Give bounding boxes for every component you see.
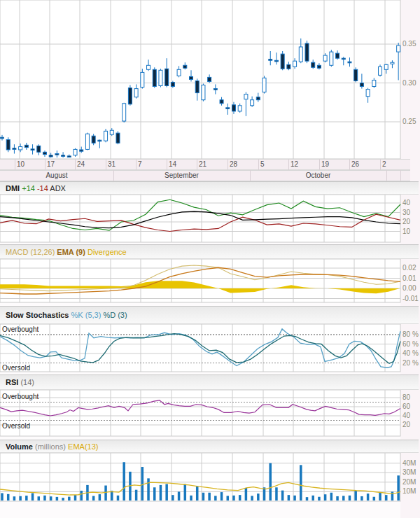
stoch-axis-label: 80 % <box>402 330 419 338</box>
dmi-plot <box>0 195 400 242</box>
date-tick-label: 31 <box>108 160 115 168</box>
day-row-separator <box>288 159 289 170</box>
header-run: (millions) <box>33 442 66 451</box>
date-tick-label: 12 <box>290 160 298 168</box>
stochastics-header: Slow Stochastics %K (5,3) %D (3) <box>0 306 419 324</box>
price-plot <box>0 0 400 159</box>
month-row-separator <box>386 170 387 181</box>
day-row-separator <box>197 159 197 170</box>
date-tick-label: 28 <box>230 160 237 168</box>
rsi-oversold-label: Oversold <box>2 422 30 430</box>
month-label: August <box>0 172 113 179</box>
stoch-oversold-label: Oversold <box>2 364 30 372</box>
date-tick-label: 7 <box>138 160 142 168</box>
price-axis-label: 0.30 <box>402 79 416 87</box>
dmi-header: DMI +14 -14 ADX <box>0 181 419 195</box>
stoch-overbought-label: Overbought <box>2 326 38 333</box>
day-row-separator <box>75 159 76 170</box>
stock-chart-page: DMI +14 -14 ADX MACD (12,26) EMA (9) Div… <box>0 0 420 518</box>
rsi-axis-label: 20 <box>402 421 410 428</box>
stoch-plot <box>0 324 400 372</box>
month-label: October <box>250 172 386 179</box>
day-row-separator <box>258 159 259 170</box>
dmi-axis-label: 20 <box>402 218 410 225</box>
day-row-separator <box>380 159 381 170</box>
date-tick-label: 24 <box>77 160 85 168</box>
header-run: EMA(13) <box>66 442 98 451</box>
header-run: +14 <box>20 184 35 192</box>
header-run: Divergence <box>85 248 127 256</box>
header-run: -14 <box>35 184 48 192</box>
macd-axis-label: 0.00 <box>402 284 416 292</box>
header-run: DMI <box>6 184 20 192</box>
date-tick-label: 19 <box>321 160 329 168</box>
rsi-axis-label: 40 <box>402 412 410 419</box>
date-tick-label: 21 <box>199 160 206 168</box>
header-run: %K (5,3) <box>69 311 101 319</box>
volume-axis-label: 20M <box>402 478 416 486</box>
macd-axis-label: -0.01 <box>402 295 419 302</box>
price-axis-label: 0.35 <box>402 40 416 48</box>
date-tick-label: 26 <box>351 160 359 168</box>
volume-axis-label: 10M <box>402 487 416 495</box>
date-tick-label: 14 <box>169 160 176 168</box>
day-row-separator <box>106 159 106 170</box>
header-run: ADX <box>48 184 66 192</box>
macd-header: MACD (12,26) EMA (9) Divergence <box>0 244 419 259</box>
dmi-axis-label: 30 <box>402 209 410 216</box>
rsi-axis-label: 80 <box>402 393 410 401</box>
day-row-separator <box>45 159 46 170</box>
day-row-separator <box>319 159 320 170</box>
stoch-axis-label: 60 % <box>402 340 419 348</box>
dmi-axis-label: 40 <box>402 199 410 206</box>
macd-axis-label: 0.01 <box>402 274 416 282</box>
header-run: EMA (9) <box>55 248 85 256</box>
dmi-axis-label: 10 <box>402 227 410 235</box>
date-tick-label: 5 <box>260 160 265 168</box>
day-row-separator <box>167 159 167 170</box>
date-tick-label: 17 <box>47 160 55 168</box>
rsi-overbought-label: Overbought <box>2 393 38 400</box>
rsi-axis-label: 60 <box>402 402 410 410</box>
date-tick-label: 10 <box>17 160 24 168</box>
rsi-header: RSI (14) <box>0 374 419 390</box>
day-row-separator <box>15 159 15 170</box>
month-label: September <box>113 172 250 179</box>
stoch-axis-label: 40 % <box>402 349 419 357</box>
month-row-separator <box>400 170 401 181</box>
header-run: (14) <box>18 378 34 386</box>
day-row-separator <box>349 159 350 170</box>
rsi-plot <box>0 390 400 436</box>
volume-axis-label: 40M <box>402 459 416 467</box>
header-run: MACD (12,26) <box>6 248 55 256</box>
stoch-axis-label: 20 % <box>402 359 419 367</box>
price-axis-label: 0.25 <box>402 118 416 125</box>
date-tick-label: 2 <box>382 160 386 168</box>
header-run: Volume <box>6 442 33 451</box>
header-run: %D (3) <box>101 311 127 319</box>
macd-axis-label: 0.02 <box>402 264 416 272</box>
day-row-separator <box>136 159 136 170</box>
header-run: Slow Stochastics <box>6 311 69 319</box>
day-row-separator <box>227 159 228 170</box>
header-run: RSI <box>6 378 18 386</box>
volume-header: Volume (millions) EMA(13) <box>0 440 419 453</box>
volume-axis-label: 30M <box>402 468 416 476</box>
